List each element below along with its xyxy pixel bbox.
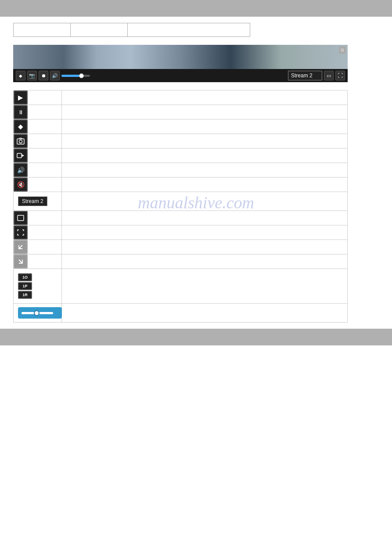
fullscreen-button[interactable]: ⛶ [335,71,345,80]
volume-row [13,304,348,323]
pin-icon: ◆ [14,120,28,134]
svg-rect-3 [17,153,22,158]
snapshot-button[interactable]: 📷 [27,71,37,80]
pause-description [62,105,348,120]
video-preview [13,45,348,69]
table-row [14,149,348,163]
svg-line-6 [19,245,22,249]
stream-dropdown[interactable]: Stream 2 [288,71,322,80]
pin-description [62,120,348,134]
volume-description [62,309,347,316]
play-description [62,91,348,105]
svg-point-1 [19,140,22,143]
pin-button[interactable]: ◆ [16,71,25,80]
volume-icon-cell [14,304,62,322]
audio-off-icon: 🔇 [14,178,28,192]
stream-1r-icon: 1R [18,291,32,299]
svg-marker-4 [22,154,24,157]
record-description [62,149,348,163]
bottom-right-description [62,254,348,269]
svg-line-7 [19,260,22,263]
tab-2[interactable] [70,23,127,37]
pause-icon: ⏸ [14,105,28,119]
icon-reference-table: ▶ ⏸ ◆ [13,90,348,304]
stream-1o-icon: 1O [18,273,32,281]
tab-1[interactable] [13,23,70,37]
stream2-badge[interactable]: Stream 2 [18,196,47,206]
bottom-right-icon [14,254,28,268]
fit-window-icon [14,211,28,225]
table-row [14,211,348,225]
video-container: ⊡ ◆ 📷 ⏺ 🔊 [13,45,348,82]
table-row: ◆ [14,120,348,134]
fit-window-description [62,211,348,225]
fit-window-button[interactable]: ▭ [324,71,334,80]
audio-on-icon: 🔊 [14,163,28,177]
svg-rect-5 [18,215,24,221]
volume-slider[interactable] [61,75,90,77]
video-corner-icon[interactable]: ⊡ [339,47,346,54]
volume-slider-display[interactable] [18,307,62,319]
top-left-icon [14,240,28,254]
fullscreen-description [62,225,348,240]
video-controls-bar: ◆ 📷 ⏺ 🔊 Stream 2 ▭ [13,69,348,82]
tabs-row [13,23,379,37]
stream-1p-icon: 1P [18,282,32,290]
fullscreen-icon [14,225,28,239]
table-row [14,254,348,269]
audio-button[interactable]: 🔊 [50,71,60,80]
multi-stream-icons: 1O 1P 1R [18,273,57,299]
stream-select-description [62,192,348,211]
video-image [13,45,348,69]
table-row: ⏸ [14,105,348,120]
multi-stream-description [62,269,348,304]
tab-3[interactable] [127,23,250,37]
table-row [14,240,348,254]
table-row [14,225,348,240]
table-row [14,134,348,149]
table-row: 1O 1P 1R [14,269,348,304]
top-left-description [62,240,348,254]
table-row: Stream 2 [14,192,348,211]
audio-on-description [62,163,348,178]
record-icon [14,149,28,163]
table-row: 🔊 [14,163,348,178]
record-button[interactable]: ⏺ [39,71,48,80]
snapshot-description [62,134,348,149]
audio-off-description [62,178,348,192]
bottom-bar [0,329,392,345]
table-row: ▶ [14,91,348,105]
top-bar [0,0,392,17]
snapshot-icon [14,134,28,148]
play-icon: ▶ [14,91,28,105]
table-row: 🔇 [14,178,348,192]
